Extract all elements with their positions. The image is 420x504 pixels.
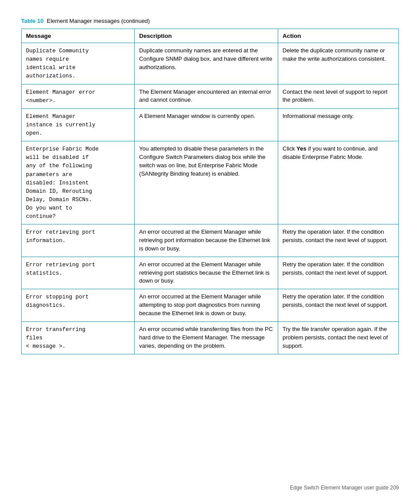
message-text: Duplicate Community names require identi… bbox=[26, 48, 89, 79]
table-row: Error stopping port diagnostics.An error… bbox=[22, 289, 399, 322]
cell-action: Retry the operation later. If the condit… bbox=[278, 289, 398, 322]
table-header-row: Message Description Action bbox=[22, 29, 399, 43]
table-row: Error retrieving port information.An err… bbox=[22, 224, 399, 257]
cell-action: Contact the next level of support to rep… bbox=[278, 84, 398, 108]
cell-description: You attempted to disable these parameter… bbox=[135, 141, 278, 224]
message-text: Element Manager error <number>. bbox=[26, 89, 96, 104]
table-row: Enterprise Fabric Mode will be disabled … bbox=[22, 141, 399, 224]
cell-description: Duplicate community names are entered at… bbox=[135, 43, 278, 85]
bold-keyword: Yes bbox=[297, 145, 306, 152]
message-text: Error transferring files < message >. bbox=[26, 327, 85, 349]
cell-description: An error occurred at the Element Manager… bbox=[135, 289, 278, 322]
cell-description: An error occurred at the Element Manager… bbox=[135, 224, 278, 257]
message-text: Error stopping port diagnostics. bbox=[26, 294, 89, 309]
cell-message: Element Manager error <number>. bbox=[22, 84, 135, 108]
message-text: Error retrieving port statistics. bbox=[26, 262, 96, 276]
col-description: Description bbox=[135, 29, 278, 43]
cell-action: Informational message only. bbox=[278, 108, 398, 141]
message-text: Error retrieving port information. bbox=[26, 229, 96, 244]
cell-description: The Element Manager encountered an inter… bbox=[135, 84, 278, 108]
cell-action: Try the file transfer operation again. I… bbox=[278, 321, 398, 354]
cell-message: Error retrieving port information. bbox=[22, 224, 135, 257]
cell-message: Error retrieving port statistics. bbox=[22, 257, 135, 289]
cell-message: Error transferring files < message >. bbox=[22, 321, 135, 354]
cell-message: Enterprise Fabric Mode will be disabled … bbox=[22, 141, 135, 224]
messages-table: Message Description Action Duplicate Com… bbox=[21, 29, 399, 354]
page-footer: Edge Switch Element Manager user guide 2… bbox=[290, 485, 399, 491]
table-number: Table 10 bbox=[21, 18, 44, 24]
cell-action: Retry the operation later. If the condit… bbox=[278, 257, 398, 289]
table-title: Table 10 Element Manager messages (conti… bbox=[21, 18, 399, 24]
table-row: Element Manager error <number>.The Eleme… bbox=[22, 84, 399, 108]
cell-message: Element Manager instance is currently op… bbox=[22, 108, 135, 141]
table-row: Duplicate Community names require identi… bbox=[22, 43, 399, 85]
page-container: Table 10 Element Manager messages (conti… bbox=[0, 0, 420, 381]
cell-description: An error occurred while transferring fil… bbox=[135, 321, 278, 354]
cell-action: Retry the operation later. If the condit… bbox=[278, 224, 398, 257]
message-text: Element Manager instance is currently op… bbox=[26, 114, 96, 136]
table-title-text: Element Manager messages (continued) bbox=[47, 18, 150, 24]
table-row: Error retrieving port statistics.An erro… bbox=[22, 257, 399, 289]
cell-message: Error stopping port diagnostics. bbox=[22, 289, 135, 322]
table-row: Error transferring files < message >.An … bbox=[22, 321, 399, 354]
message-text: Enterprise Fabric Mode will be disabled … bbox=[26, 146, 99, 220]
cell-action: Delete the duplicate community name or m… bbox=[278, 43, 398, 85]
table-row: Element Manager instance is currently op… bbox=[22, 108, 399, 141]
col-message: Message bbox=[22, 29, 135, 43]
cell-description: An error occurred at the Element Manager… bbox=[135, 257, 278, 289]
col-action: Action bbox=[278, 29, 398, 43]
cell-message: Duplicate Community names require identi… bbox=[22, 43, 135, 85]
cell-description: A Element Manager window is currently op… bbox=[135, 108, 278, 141]
cell-action: Click Yes if you want to continue, and d… bbox=[278, 141, 398, 224]
